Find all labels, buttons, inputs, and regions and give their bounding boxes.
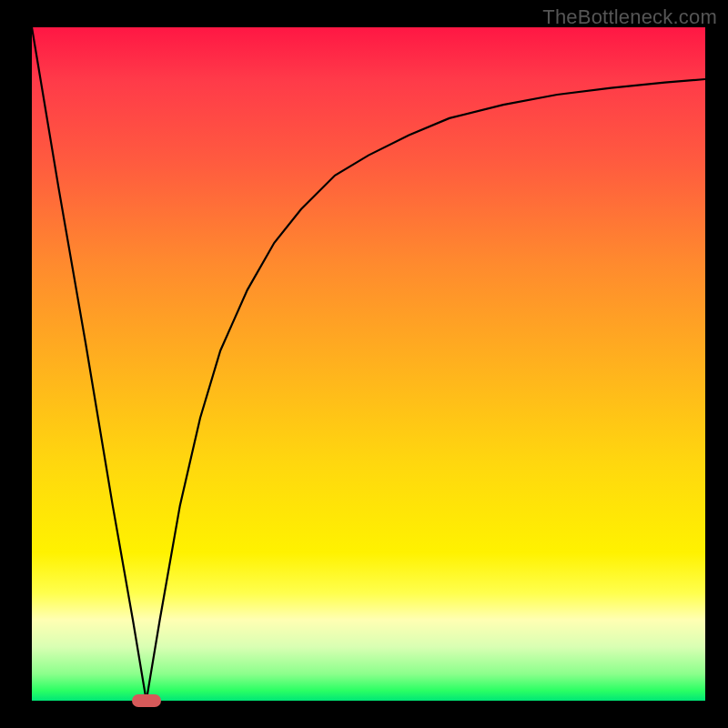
chart-frame: TheBottleneck.com: [0, 0, 728, 728]
watermark-text: TheBottleneck.com: [542, 5, 717, 29]
plot-area: [32, 27, 705, 701]
minimum-marker: [132, 694, 161, 707]
bottleneck-curve: [32, 27, 705, 701]
